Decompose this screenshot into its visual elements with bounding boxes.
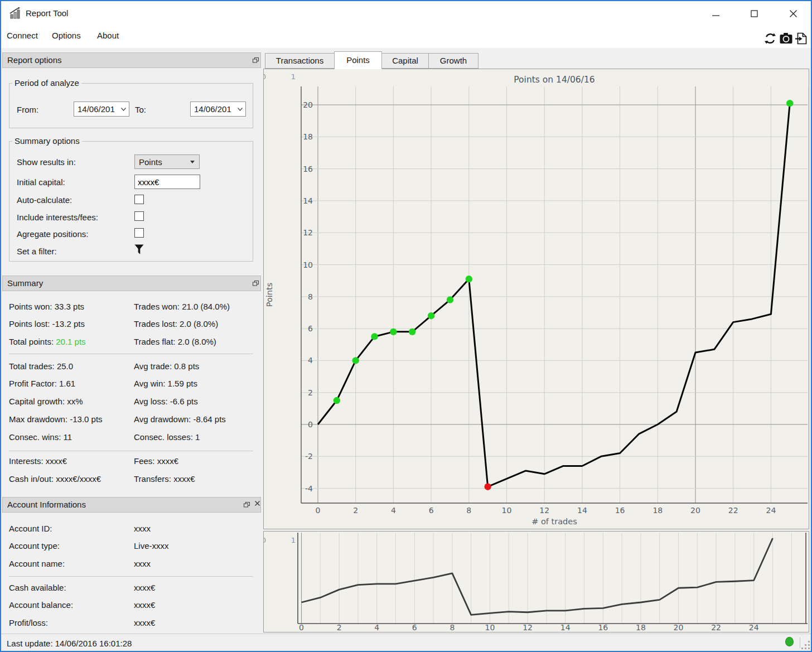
resize-grip[interactable]	[808, 644, 810, 646]
include-fees-checkbox[interactable]	[134, 211, 144, 221]
auto-calculate-checkbox[interactable]	[134, 195, 144, 204]
from-date-combo[interactable]: 14/06/201	[74, 102, 129, 117]
divider	[9, 451, 253, 451]
svg-text:0: 0	[308, 420, 313, 429]
set-filter-label: Set a filter:	[17, 247, 57, 256]
tab-capital[interactable]: Capital	[381, 53, 429, 69]
initial-capital-input[interactable]	[134, 175, 200, 189]
svg-text:4: 4	[308, 356, 313, 365]
filter-funnel-icon[interactable]	[134, 244, 144, 255]
svg-text:4: 4	[374, 623, 379, 632]
svg-text:16: 16	[615, 506, 625, 515]
trade-markers	[334, 100, 794, 490]
chevron-down-icon	[238, 108, 243, 111]
resize-grip[interactable]	[805, 648, 806, 649]
menu-about[interactable]: About	[97, 31, 119, 40]
svg-text:0: 0	[264, 536, 266, 544]
account-row: Account type: Live-xxxx	[9, 541, 255, 554]
divider	[9, 354, 253, 354]
initial-capital-label: Initial capital:	[17, 177, 65, 187]
tab-growth[interactable]: Growth	[428, 53, 478, 69]
svg-text:18: 18	[652, 506, 663, 515]
tab-points[interactable]: Points	[334, 51, 382, 69]
account-name-value: xxxx	[134, 559, 151, 568]
summary-row: Total trades: 25.0 Avg trade: 0.8 pts	[9, 361, 255, 375]
svg-text:22: 22	[728, 506, 738, 515]
resize-grip[interactable]	[808, 648, 810, 649]
connection-status-icon	[785, 637, 794, 646]
last-update-text: Last update: 14/06/2016 16:01:28	[7, 639, 132, 648]
points-won: Points won: 33.3 pts	[9, 302, 84, 311]
avg-loss: Avg loss: -6.6 pts	[134, 397, 198, 406]
account-balance-label: Account balance:	[9, 600, 73, 610]
resize-grip[interactable]	[808, 641, 810, 643]
export-button[interactable]	[794, 31, 808, 46]
account-balance-value: xxxx€	[134, 600, 155, 610]
export-report-icon	[795, 32, 807, 45]
points-series-line	[318, 103, 790, 487]
close-icon	[790, 10, 797, 17]
summary-row: Total points: 20.1 pts Trades flat: 2.0 …	[9, 337, 255, 350]
account-row: Account balance: xxxx€	[9, 600, 255, 614]
profit-loss-value: xxxx€	[134, 618, 155, 627]
points-chart[interactable]: -4-2024681012141618200246810121416182022…	[264, 69, 809, 529]
menu-options[interactable]: Options	[52, 31, 81, 40]
float-panel-icon[interactable]	[253, 281, 259, 286]
screenshot-button[interactable]	[779, 31, 793, 46]
summary-row: Points won: 33.3 pts Trades won: 21.0 (8…	[9, 302, 255, 315]
float-panel-icon[interactable]	[253, 57, 259, 63]
account-name-label: Account name:	[9, 559, 65, 568]
profit-factor: Profit Factor: 1.61	[9, 379, 75, 388]
minimize-button[interactable]	[703, 1, 728, 26]
summary-options-title: Summary options	[12, 136, 82, 146]
menu-connect[interactable]: Connect	[7, 31, 38, 40]
period-group-title: Period of analyze	[12, 78, 81, 88]
account-info-title: Account Informations	[7, 500, 86, 509]
svg-text:20: 20	[690, 506, 700, 515]
axis-ticks: -4-2024681012141618200246810121416182022…	[303, 100, 776, 515]
profit-loss-label: Profit/loss:	[9, 618, 48, 627]
close-button[interactable]	[780, 1, 806, 26]
maximize-button[interactable]	[741, 1, 767, 26]
overview-chart-panel: 02468101214161820222401	[263, 531, 809, 632]
overview-chart[interactable]: 02468101214161820222401	[264, 532, 809, 632]
svg-text:12: 12	[303, 228, 313, 237]
refresh-button[interactable]	[763, 31, 777, 46]
show-results-combo[interactable]: Points	[134, 154, 200, 169]
statusbar-separator	[800, 637, 800, 648]
svg-text:8: 8	[308, 292, 313, 301]
consec-losses: Consec. losses: 1	[134, 432, 200, 442]
svg-text:-4: -4	[305, 484, 313, 493]
svg-text:22: 22	[711, 623, 721, 632]
aggregate-positions-checkbox[interactable]	[134, 228, 144, 238]
to-date-combo[interactable]: 14/06/201	[190, 102, 246, 117]
float-panel-icon[interactable]	[244, 502, 250, 508]
summary-row: Points lost: -13.2 pts Trades lost: 2.0 …	[9, 319, 255, 332]
trades-lost: Trades lost: 2.0 (8.0%)	[134, 319, 218, 329]
tab-transactions[interactable]: Transactions	[265, 53, 335, 69]
total-points: Total points: 20.1 pts	[9, 337, 86, 346]
svg-text:18: 18	[636, 623, 646, 632]
resize-grip[interactable]	[805, 644, 806, 646]
svg-text:10: 10	[502, 506, 512, 515]
app-window: Report Tool Connect Options About	[0, 0, 812, 652]
show-results-label: Show results in:	[17, 157, 76, 167]
y-axis-label: Points	[265, 283, 274, 307]
axis-ticks: 024681012141618202224	[299, 623, 759, 632]
gridlines	[301, 86, 809, 503]
avg-drawdown: Avg drawdown: -8.64 pts	[134, 414, 226, 424]
account-row: Cash available: xxxx€	[9, 583, 255, 596]
summary-row: Max drawdown: -13.0 pts Avg drawdown: -8…	[9, 414, 255, 428]
svg-text:14: 14	[560, 623, 571, 632]
summary-row: Profit Factor: 1.61 Avg win: 1.59 pts	[9, 379, 255, 392]
chevron-down-icon	[121, 108, 126, 111]
resize-grip[interactable]	[801, 648, 803, 649]
maximize-icon	[751, 10, 758, 17]
auto-calculate-label: Auto-calculate:	[17, 195, 72, 205]
close-panel-icon[interactable]	[255, 501, 260, 506]
account-id-label: Account ID:	[9, 524, 52, 533]
svg-text:-2: -2	[305, 452, 313, 461]
trades-won: Trades won: 21.0 (84.0%)	[134, 302, 230, 311]
consec-wins: Consec. wins: 11	[9, 432, 72, 442]
cash-in-out: Cash in/out: xxxx€/xxxx€	[9, 474, 101, 484]
